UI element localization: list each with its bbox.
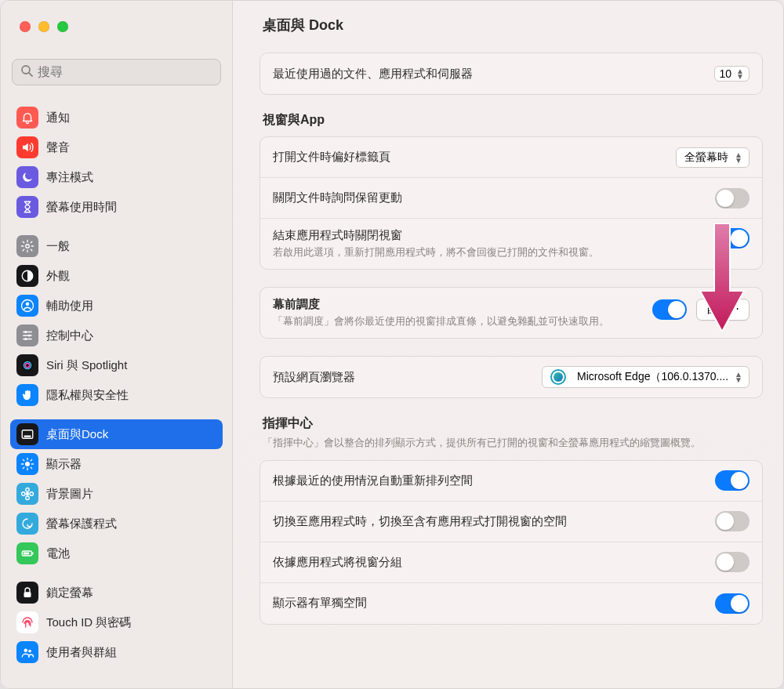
default-browser-row: 預設網頁瀏覽器 Microsoft Edge（106.0.1370.... ▲▼ [260,357,762,397]
svg-point-28 [28,650,31,653]
sidebar-item-label: 桌面與Dock [46,427,108,442]
windows-apps-card: 打開文件時偏好標籤頁 全螢幕時 ▲▼ 關閉文件時詢問保留更動 結束應用程式時關閉… [260,136,763,270]
sidebar-item-label: Siri 與 Spotlight [46,358,127,373]
close-window-button[interactable] [20,21,31,32]
zoom-window-button[interactable] [57,21,68,32]
sidebar-item-label: 背景圖片 [46,487,93,502]
prefer-tabs-row: 打開文件時偏好標籤頁 全螢幕時 ▲▼ [260,137,762,178]
prefer-tabs-label: 打開文件時偏好標籤頁 [273,150,390,165]
svg-line-1 [29,73,32,76]
stage-manager-toggle[interactable] [652,299,687,320]
svg-point-9 [24,331,27,333]
users-icon [16,641,38,663]
sidebar-item-control-center[interactable]: 控制中心 [10,321,223,350]
svg-rect-16 [24,436,31,437]
search-input[interactable] [38,65,212,79]
svg-point-21 [22,492,26,496]
svg-point-2 [26,245,30,248]
dock-icon [16,423,38,445]
svg-point-10 [28,335,31,337]
wallpaper-icon [16,483,38,505]
sidebar-item-displays[interactable]: 顯示器 [10,449,223,479]
sidebar-item-focus[interactable]: 專注模式 [10,162,223,192]
auto-arrange-toggle[interactable] [715,470,750,491]
sidebar-item-label: 鎖定螢幕 [46,586,93,600]
sidebar-item-screensaver[interactable]: 螢幕保護程式 [10,509,223,539]
default-browser-card: 預設網頁瀏覽器 Microsoft Edge（106.0.1370.... ▲▼ [260,356,763,398]
ask-changes-row: 關閉文件時詢問保留更動 [260,178,762,219]
stage-manager-text: 幕前調度 「幕前調度」會將你最近使用的視窗排成直條，以避免雜亂並可快速取用。 [273,297,609,328]
recent-items-stepper[interactable]: 10 ▲▼ [714,66,750,82]
sidebar-item-sound[interactable]: 聲音 [10,132,223,162]
sidebar-item-label: 電池 [46,546,70,561]
sidebar-item-lock[interactable]: 鎖定螢幕 [10,578,223,607]
windows-apps-heading: 視窗與App [263,112,760,129]
system-settings-window: 通知聲音專注模式螢幕使用時間一般外觀輔助使用控制中心Siri 與 Spotlig… [0,0,784,689]
mission-control-card: 根據最近的使用情況自動重新排列空間 切換至應用程式時，切換至含有應用程式打開視窗… [260,460,763,625]
prefer-tabs-value: 全螢幕時 [684,150,728,165]
prefer-tabs-select[interactable]: 全螢幕時 ▲▼ [676,147,750,168]
svg-rect-25 [24,553,30,555]
sidebar-item-label: 隱私權與安全性 [46,388,129,403]
sidebar-item-privacy[interactable]: 隱私權與安全性 [10,380,223,410]
sidebar-item-general[interactable]: 一般 [10,231,223,261]
minimize-window-button[interactable] [38,21,49,32]
search-icon [20,64,38,80]
siri-icon [16,354,38,376]
separate-spaces-row: 顯示器有單獨空間 [260,583,762,624]
default-browser-label: 預設網頁瀏覽器 [273,370,355,385]
sidebar-item-dock[interactable]: 桌面與Dock [10,419,223,449]
screentime-icon [16,196,38,218]
general-icon [16,235,38,257]
recent-items-row: 最近使用過的文件、應用程式和伺服器 10 ▲▼ [260,53,762,94]
group-by-app-label: 依據應用程式將視窗分組 [273,555,402,570]
notifications-icon [16,107,38,129]
svg-point-20 [26,496,30,500]
group-by-app-row: 依據應用程式將視窗分組 [260,542,762,583]
close-windows-toggle[interactable] [715,228,750,248]
group-by-app-toggle[interactable] [715,552,750,572]
main-panel: 桌面與 Dock 最近使用過的文件、應用程式和伺服器 10 ▲▼ 視窗與App … [233,1,783,688]
sidebar-item-users[interactable]: 使用者與群組 [10,637,223,667]
sidebar-item-touchid[interactable]: Touch ID 與密碼 [10,607,223,637]
svg-point-22 [30,492,34,496]
sidebar-item-appearance[interactable]: 外觀 [10,261,223,291]
sidebar-item-battery[interactable]: 電池 [10,539,223,568]
chevron-updown-icon: ▲▼ [735,372,742,383]
accessibility-icon [16,295,38,317]
stage-manager-card: 幕前調度 「幕前調度」會將你最近使用的視窗排成直條，以避免雜亂並可快速取用。 自… [260,287,763,339]
sidebar-item-label: 使用者與群組 [46,645,117,660]
recent-items-card: 最近使用過的文件、應用程式和伺服器 10 ▲▼ [260,53,763,95]
sidebar-item-label: 一般 [46,239,70,254]
separate-spaces-toggle[interactable] [715,593,750,614]
sidebar-item-siri[interactable]: Siri 與 Spotlight [10,350,223,380]
recent-items-value: 10 [720,67,732,80]
close-windows-row: 結束應用程式時關閉視窗 若啟用此選項，重新打開應用程式時，將不會回復已打開的文件… [260,219,762,269]
sidebar-item-label: 外觀 [46,269,70,284]
default-browser-select[interactable]: Microsoft Edge（106.0.1370.... ▲▼ [542,366,750,388]
stage-manager-row: 幕前調度 「幕前調度」會將你最近使用的視窗排成直條，以避免雜亂並可快速取用。 自… [260,288,762,338]
svg-point-27 [24,649,28,653]
stage-manager-sub: 「幕前調度」會將你最近使用的視窗排成直條，以避免雜亂並可快速取用。 [273,314,609,328]
stage-manager-label: 幕前調度 [273,297,609,312]
sound-icon [16,136,38,158]
ask-changes-toggle[interactable] [715,188,750,209]
switch-space-toggle[interactable] [715,511,750,531]
sidebar-item-label: 顯示器 [46,457,82,472]
sidebar-item-label: 控制中心 [46,328,93,343]
page-title: 桌面與 Dock [233,1,783,49]
focus-icon [16,166,38,188]
sidebar-item-accessibility[interactable]: 輔助使用 [10,291,223,321]
stage-manager-customize-button[interactable]: 自訂⋯ [696,299,750,321]
search-field-wrapper[interactable] [12,59,221,85]
svg-rect-26 [24,592,31,597]
window-controls [20,21,68,32]
svg-point-11 [24,338,27,340]
close-windows-label: 結束應用程式時關閉視窗 [273,228,599,243]
sidebar-item-notifications[interactable]: 通知 [10,103,223,132]
sidebar-item-screentime[interactable]: 螢幕使用時間 [10,192,223,222]
chevron-updown-icon: ▲▼ [735,152,742,163]
sidebar-item-wallpaper[interactable]: 背景圖片 [10,479,223,509]
edge-browser-icon [550,369,566,385]
separate-spaces-label: 顯示器有單獨空間 [273,596,367,611]
